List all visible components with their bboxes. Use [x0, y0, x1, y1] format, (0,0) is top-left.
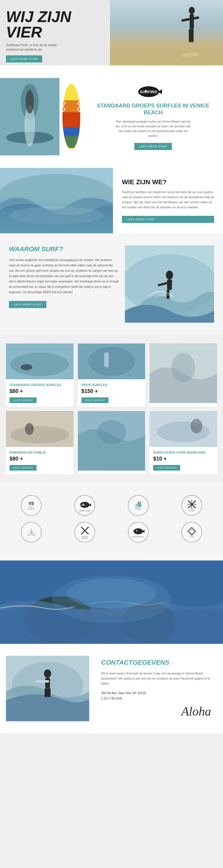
- card-6-button[interactable]: LEES VERDER: [153, 465, 180, 471]
- s2-title: STANDAARD GROEPS SURFLES IN VENICE BEACH: [92, 102, 214, 116]
- s3-cta-button[interactable]: LEES MEER OVER: [122, 216, 214, 223]
- s4-surf-image: [125, 245, 214, 323]
- svg-point-69: [67, 578, 156, 608]
- card-5: [78, 411, 145, 474]
- svg-rect-13: [63, 100, 80, 112]
- card-4-button[interactable]: LEES VERDER: [9, 465, 37, 471]
- logo-surf-shop-2: PROFESSIONAL: [128, 522, 149, 542]
- svg-rect-14: [63, 112, 80, 127]
- contact-section: CONTACTGEGEVENS Wil je meer weten of bez…: [0, 644, 223, 734]
- svg-rect-74: [36, 680, 49, 683]
- x-club-logo: [187, 499, 197, 509]
- card-bedrijven: SURFLESSEN VOOR BEDRIJVEN $10 + LEES VER…: [150, 411, 217, 474]
- logos-row-1: VS SURFSCHOOL SURF PROFESSIONAL 🏄 SURFIN…: [6, 495, 217, 516]
- svg-point-35: [88, 347, 135, 376]
- logo-surf-club: ⚓ SURF CLUB: [21, 522, 42, 542]
- svg-rect-30: [166, 290, 170, 299]
- s2-body: Den standaard groepjes surfen op Venice …: [114, 119, 192, 138]
- svg-point-38: [172, 353, 195, 382]
- s3-body: SouthCal Surfteam zijn begonnen vanuit h…: [122, 190, 214, 210]
- hero-section: WIJ ZIJN VIER Surflessan Perth, er trots…: [0, 0, 223, 65]
- card-3-image: [150, 343, 217, 403]
- logo-surfing-school: 🏄 SURFINGSCHOOL: [128, 495, 149, 516]
- hero-image: [110, 0, 223, 65]
- surfer-action-image: [125, 245, 214, 323]
- surfing-logo-area: SURFING: [92, 83, 214, 99]
- contact-title: CONTACTGEGEVENS: [101, 659, 211, 666]
- svg-marker-62: [188, 527, 196, 535]
- svg-point-43: [97, 420, 126, 444]
- card-kinderen: KINDEREN EN FAMILIE $80 + LEES VERDER: [6, 411, 73, 474]
- diamond-logo: [187, 527, 196, 536]
- svg-point-41: [25, 423, 34, 435]
- svg-rect-36: [104, 352, 109, 367]
- card-2-title: PRIVÉ SURFLES: [81, 383, 142, 387]
- surfboard-display: [60, 83, 83, 151]
- svg-rect-76: [47, 688, 50, 697]
- svg-rect-1: [190, 14, 194, 29]
- svg-point-33: [21, 364, 32, 370]
- logo-surfing-school-2: SURFINGSCHOOL: [74, 522, 95, 542]
- s3-wave-image: [0, 168, 113, 234]
- card-2-image: [78, 343, 145, 379]
- card-2-price: $150 +: [81, 388, 142, 395]
- s2-cta-button[interactable]: LEES MEER OVER: [135, 143, 172, 150]
- aloha-signature: Aloha: [101, 704, 211, 719]
- s3-content: WIE ZIJN WE? SouthCal Surfteam zijn bego…: [113, 168, 223, 234]
- logo-vs: VS SURFSCHOOL: [21, 495, 42, 516]
- card-3: [150, 343, 217, 407]
- card-1-content: STANDAARD GROEPS SURFLES $80 + LEES VERD…: [6, 379, 73, 407]
- s3-title: WIE ZIJN WE?: [122, 178, 214, 186]
- logo-club: CLUB: [181, 495, 202, 516]
- hero-title: WIJ ZIJN VIER: [6, 9, 71, 40]
- svg-point-46: [191, 419, 202, 433]
- card-4-price: $80 +: [9, 456, 70, 462]
- ocean-svg: [0, 560, 223, 644]
- contact-image: [6, 656, 89, 721]
- svg-point-10: [26, 90, 34, 114]
- s4-body: Veel surfers beginnen hun schattig bij z…: [9, 257, 119, 295]
- svg-point-40: [10, 426, 69, 443]
- x-surf-logo: [80, 525, 90, 536]
- waarom-section: WAAROM SURF? Veel surfers beginnen hun s…: [0, 234, 223, 335]
- svg-rect-15: [63, 127, 80, 136]
- surfing-shark-logo: SURFING: [135, 83, 171, 98]
- surfing-section: SURFING STANDAARD GROEPS SURFLES IN VENI…: [0, 65, 223, 168]
- svg-point-27: [166, 271, 173, 280]
- card-prive: PRIVÉ SURFLES $150 + LEES VERDER: [78, 343, 145, 407]
- surfboard-icon: [62, 83, 81, 151]
- card-6-price: $10 +: [153, 456, 214, 462]
- svg-point-61: [136, 530, 137, 531]
- logos-section: VS SURFSCHOOL SURF PROFESSIONAL 🏄 SURFIN…: [0, 483, 223, 560]
- card-4-image: [6, 411, 73, 447]
- card-5-image: [78, 411, 145, 471]
- ocean-section: [0, 560, 223, 644]
- svg-point-0: [189, 7, 195, 14]
- logo-diamond: SURF: [181, 522, 202, 542]
- card-2-button[interactable]: LEES VERDER: [81, 397, 109, 403]
- card-6-image: [150, 411, 217, 447]
- svg-text:SURF: SURF: [80, 504, 85, 506]
- svg-text:SURFING: SURFING: [140, 90, 157, 94]
- svg-point-72: [44, 670, 51, 678]
- hero-cta-button[interactable]: LEES MEER OVER: [6, 55, 42, 63]
- logos-row-2: ⚓ SURF CLUB SURFINGSCHOOL PROFESSIONAL: [6, 522, 217, 542]
- wave-overlay: [0, 194, 113, 234]
- s8-content: CONTACTGEGEVENS Wil je meer weten of bez…: [95, 656, 217, 721]
- svg-point-32: [10, 352, 69, 376]
- card-6-content: SURFLESSEN VOOR BEDRIJVEN $10 + LEES VER…: [150, 447, 217, 474]
- s2-content: SURFING STANDAARD GROEPS SURFLES IN VENI…: [83, 78, 223, 156]
- card-6-title: SURFLESSEN VOOR BEDRIJVEN: [153, 451, 214, 455]
- card-1-title: STANDAARD GROEPS SURFLES: [9, 383, 70, 387]
- card-4-title: KINDEREN EN FAMILIE: [9, 451, 70, 455]
- cards-grid: STANDAARD GROEPS SURFLES $80 + LEES VERD…: [6, 343, 217, 474]
- card-standaard: STANDAARD GROEPS SURFLES $80 + LEES VERD…: [6, 343, 73, 407]
- s4-content: WAAROM SURF? Veel surfers beginnen hun s…: [9, 245, 119, 323]
- card-1-image: [6, 343, 73, 379]
- surfer-silhouette-2: [0, 78, 60, 155]
- svg-marker-63: [189, 529, 194, 534]
- hero-subtitle: Surflessan Perth, er trots op de oudste …: [6, 43, 60, 52]
- card-1-button[interactable]: LEES VERDER: [9, 397, 37, 403]
- s4-cta-button[interactable]: LEES MEER OVER: [9, 301, 46, 308]
- svg-rect-16: [63, 136, 80, 148]
